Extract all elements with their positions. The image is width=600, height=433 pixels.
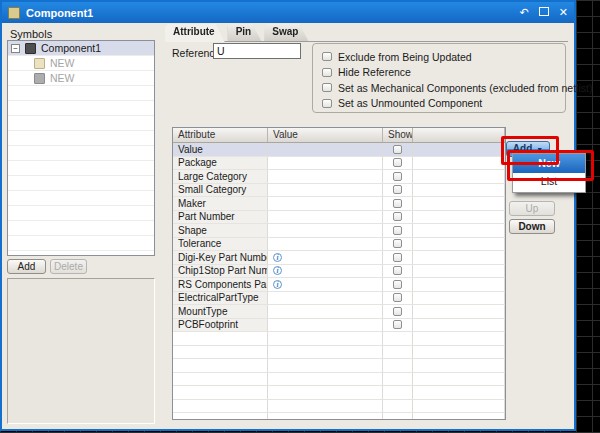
tab-attribute[interactable]: Attribute [165,24,225,42]
attribute-table[interactable]: Attribute Value Show ValuePackageLarge C… [172,127,506,420]
filler-cell [413,143,505,156]
table-empty-row [173,373,505,387]
table-row[interactable]: Digi-Key Part Numberi [173,251,505,265]
value-cell[interactable] [268,157,383,170]
tree-item[interactable]: NEW [8,71,154,86]
maximize-icon[interactable] [539,7,549,18]
attribute-table-header[interactable]: Attribute Value Show [173,128,505,143]
show-checkbox[interactable] [393,145,402,154]
expander-icon[interactable]: − [11,44,20,53]
option-checkbox[interactable] [322,68,332,77]
tree-item[interactable]: −Component1 [8,41,154,56]
table-row[interactable]: Shape [173,224,505,238]
value-cell[interactable] [268,292,383,305]
info-icon[interactable]: i [273,266,282,275]
show-checkbox[interactable] [393,185,402,194]
value-cell[interactable]: i [268,278,383,291]
show-checkbox[interactable] [393,239,402,248]
delete-symbol-button[interactable]: Delete [50,259,87,274]
value-cell[interactable] [268,211,383,224]
reference-input[interactable] [213,43,301,59]
option-checkbox[interactable] [322,99,332,108]
value-cell[interactable]: i [268,251,383,264]
table-row[interactable]: Large Category [173,170,505,184]
option-checkbox[interactable] [322,52,332,61]
column-header-attribute[interactable]: Attribute [173,128,268,142]
table-row[interactable]: PCBFootprint [173,319,505,333]
filler-cell [413,265,505,278]
show-checkbox[interactable] [393,280,402,289]
table-empty-row [173,332,505,346]
value-cell[interactable] [268,170,383,183]
float-window-icon[interactable]: ↶ [520,7,529,18]
table-row[interactable]: Part Number [173,211,505,225]
move-up-button[interactable]: Up [509,201,555,216]
symbols-panel-label: Symbols [10,28,52,40]
filler-cell [413,224,505,237]
value-cell[interactable] [268,197,383,210]
add-symbol-button[interactable]: Add [7,259,46,274]
table-row[interactable]: RS Components Part Ni [173,278,505,292]
show-checkbox[interactable] [393,199,402,208]
close-icon[interactable]: ✕ [559,7,568,18]
tab-swap[interactable]: Swap [264,24,308,41]
value-cell[interactable] [268,184,383,197]
filler-cell [413,292,505,305]
attribute-table-body: ValuePackageLarge CategorySmall Category… [173,143,505,420]
column-header-show[interactable]: Show [383,128,413,142]
menu-item-list[interactable]: List [513,173,585,190]
value-cell[interactable] [268,305,383,318]
column-header-value[interactable]: Value [268,128,383,142]
filler-cell [413,386,505,399]
show-checkbox[interactable] [393,266,402,275]
table-row[interactable]: Small Category [173,184,505,198]
info-icon[interactable]: i [273,253,282,262]
value-cell[interactable] [268,238,383,251]
table-row[interactable]: ElectricalPartType [173,292,505,306]
value-cell[interactable] [268,143,383,156]
filler-cell [413,211,505,224]
column-header-filler [413,128,505,142]
option-row: Set as Mechanical Components (excluded f… [322,80,565,96]
table-row[interactable]: Package [173,157,505,171]
show-checkbox[interactable] [393,212,402,221]
filler-cell [413,157,505,170]
table-row[interactable]: Value [173,143,505,157]
show-cell [383,305,413,318]
show-cell [383,143,413,156]
tree-empty-row [8,221,154,236]
table-row[interactable]: MountType [173,305,505,319]
table-row[interactable]: Chip1Stop Part Numbei [173,265,505,279]
filler-cell [413,413,505,420]
tree-item[interactable]: NEW [8,56,154,71]
show-checkbox[interactable] [393,253,402,262]
table-row[interactable]: Tolerance [173,238,505,252]
table-empty-row [173,400,505,414]
menu-item-new[interactable]: New [513,154,585,173]
table-row[interactable]: Maker [173,197,505,211]
move-down-button[interactable]: Down [509,219,555,234]
option-checkbox[interactable] [322,83,332,92]
value-cell[interactable] [268,319,383,332]
show-checkbox[interactable] [393,158,402,167]
value-cell[interactable] [268,224,383,237]
empty-value-cell [268,413,383,420]
show-checkbox[interactable] [393,307,402,316]
tree-empty-row [8,86,154,101]
symbol-gray-icon [34,73,45,84]
attribute-cell: Shape [173,224,268,237]
attribute-cell: Tolerance [173,238,268,251]
attribute-cell: Part Number [173,211,268,224]
info-icon[interactable]: i [273,280,282,289]
empty-attribute-cell [173,346,268,359]
show-checkbox[interactable] [393,293,402,302]
empty-value-cell [268,400,383,413]
show-checkbox[interactable] [393,226,402,235]
show-cell [383,278,413,291]
titlebar[interactable]: Component1 ↶ ✕ [2,2,574,23]
tab-pin[interactable]: Pin [228,24,262,41]
show-checkbox[interactable] [393,320,402,329]
value-cell[interactable]: i [268,265,383,278]
symbols-tree[interactable]: −Component1NEWNEW [7,40,155,256]
show-checkbox[interactable] [393,172,402,181]
